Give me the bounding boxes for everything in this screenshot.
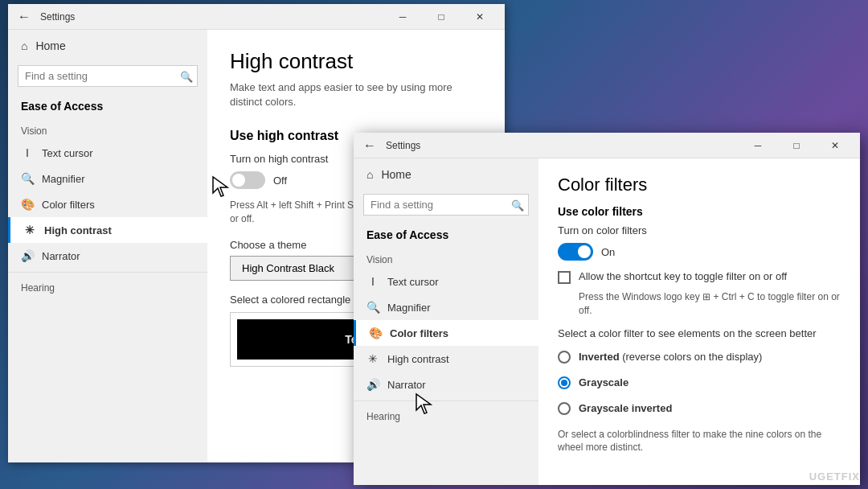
radio-label-grayscale-inverted: Grayscale inverted (579, 402, 672, 414)
sidebar-item-text-cursor-1[interactable]: I Text cursor (8, 140, 207, 166)
color-filters-toggle[interactable] (558, 243, 593, 261)
toggle-row-2: On (558, 243, 841, 261)
narrator-label-1: Narrator (42, 250, 80, 262)
window2-controls: ─ □ ✕ (739, 133, 854, 158)
sidebar-item-color-filters-2[interactable]: 🎨 Color filters (354, 320, 538, 346)
sidebar-item-high-contrast-2[interactable]: ✳ High contrast (354, 346, 538, 372)
radio-label-grayscale: Grayscale (579, 376, 628, 388)
color-filters-icon-1: 🎨 (21, 198, 34, 211)
color-block-black (237, 319, 317, 360)
toggle-state-2: On (601, 246, 615, 258)
search-input-1[interactable] (18, 65, 198, 87)
maximize-button-1[interactable]: □ (423, 4, 460, 30)
select-label: Select a color filter to see elements on… (558, 327, 841, 339)
sidebar-item-high-contrast-1[interactable]: ✳ High contrast (8, 217, 207, 243)
window1-title: Settings (40, 11, 75, 23)
sidebar-item-text-cursor-2[interactable]: I Text cursor (354, 269, 538, 294)
close-button-2[interactable]: ✕ (817, 133, 854, 158)
home-icon-2: ⌂ (366, 168, 373, 181)
titlebar-left: ← Settings (14, 6, 75, 27)
shortcut-checkbox[interactable] (558, 271, 571, 284)
checkbox-row: Allow the shortcut key to toggle filter … (558, 270, 841, 284)
magnifier-label-1: Magnifier (42, 173, 84, 185)
magnifier-icon-1: 🔍 (21, 172, 34, 185)
ease-of-access-title-2: Ease of Access (354, 222, 538, 248)
high-contrast-toggle[interactable] (230, 171, 265, 189)
home-icon-1: ⌂ (21, 39, 27, 52)
sidebar-item-narrator-2[interactable]: 🔊 Narrator (354, 372, 538, 397)
toggle-state-1: Off (273, 175, 287, 187)
radio-circle-grayscale-inverted (558, 402, 571, 415)
hearing-group-1: Hearing (8, 276, 207, 297)
high-contrast-icon-1: ✳ (23, 224, 36, 236)
sidebar-home-2[interactable]: ⌂ Home (354, 158, 538, 191)
minimize-button-2[interactable]: ─ (739, 133, 776, 158)
vision-group-1: Vision (8, 119, 207, 140)
radio-inverted[interactable]: Inverted (reverse colors on the display) (558, 344, 841, 370)
window2-title: Settings (386, 140, 420, 151)
high-contrast-icon-2: ✳ (366, 352, 379, 365)
use-section-2: Use color filters (558, 205, 841, 218)
back-button-2[interactable]: ← (360, 135, 379, 156)
text-cursor-label-2: Text cursor (387, 276, 439, 288)
minimize-button-1[interactable]: ─ (384, 4, 421, 30)
radio-circle-inverted (558, 351, 571, 364)
search-icon-1: 🔍 (180, 70, 193, 82)
sidebar-search-2: 🔍 (363, 194, 529, 216)
text-cursor-label-1: Text cursor (42, 147, 93, 159)
checkbox-note: Press the Windows logo key ⊞ + Ctrl + C … (579, 290, 841, 318)
high-contrast-label-1: High contrast (44, 224, 112, 236)
magnifier-label-2: Magnifier (387, 302, 430, 314)
search-icon-2: 🔍 (511, 199, 524, 211)
sidebar-item-color-filters-1[interactable]: 🎨 Color filters (8, 191, 207, 217)
sidebar-divider-2 (354, 401, 538, 401)
toggle-knob-2 (578, 245, 591, 258)
sidebar-2: ⌂ Home 🔍 Ease of Access Vision I Text cu… (354, 158, 538, 485)
checkbox-label: Allow the shortcut key to toggle filter … (579, 270, 787, 284)
narrator-label-2: Narrator (387, 379, 426, 391)
radio-circle-grayscale (558, 376, 571, 389)
toggle-label-2: Turn on color filters (558, 224, 841, 236)
sidebar-item-magnifier-2[interactable]: 🔍 Magnifier (354, 294, 538, 320)
toggle-knob-1 (232, 174, 245, 187)
page-title-1: High contrast (230, 49, 482, 74)
sidebar-1: ⌂ Home 🔍 Ease of Access Vision I Text cu… (8, 30, 207, 462)
window2-body: ⌂ Home 🔍 Ease of Access Vision I Text cu… (354, 158, 860, 485)
home-label-2: Home (381, 168, 411, 181)
vision-group-2: Vision (354, 248, 538, 269)
hearing-group-2: Hearing (354, 405, 538, 425)
sidebar-item-narrator-1[interactable]: 🔊 Narrator (8, 243, 207, 269)
maximize-button-2[interactable]: □ (778, 133, 815, 158)
narrator-icon-2: 🔊 (366, 378, 379, 391)
search-input-2[interactable] (363, 194, 529, 216)
color-filters-label-2: Color filters (390, 327, 448, 339)
radio-label-inverted: Inverted (reverse colors on the display) (579, 351, 762, 363)
color-filters-label-1: Color filters (42, 199, 95, 211)
page-title-2: Color filters (558, 175, 841, 195)
color-filters-window: ← Settings ─ □ ✕ ⌂ Home 🔍 Ease of Access… (354, 133, 860, 485)
sidebar-home-1[interactable]: ⌂ Home (8, 30, 207, 62)
sidebar-divider-1 (8, 272, 207, 273)
color-filters-icon-2: 🎨 (369, 327, 382, 339)
back-button[interactable]: ← (14, 6, 34, 27)
titlebar-1: ← Settings ─ □ ✕ (8, 4, 505, 30)
text-cursor-icon-1: I (21, 146, 34, 159)
page-subtitle-1: Make text and apps easier to see by usin… (230, 80, 482, 109)
main-content-2: Color filters Use color filters Turn on … (538, 158, 860, 485)
close-button-1[interactable]: ✕ (461, 4, 498, 30)
radio-grayscale[interactable]: Grayscale (558, 370, 841, 396)
text-cursor-icon-2: I (366, 275, 379, 288)
window1-controls: ─ □ ✕ (384, 4, 498, 30)
colorblindness-note: Or select a colorblindness filter to mak… (558, 428, 841, 455)
watermark: UGETFIX (809, 471, 860, 483)
high-contrast-label-2: High contrast (387, 353, 449, 365)
magnifier-icon-2: 🔍 (366, 301, 379, 314)
titlebar-2: ← Settings ─ □ ✕ (354, 133, 860, 158)
sidebar-search-1: 🔍 (18, 65, 198, 87)
narrator-icon-1: 🔊 (21, 249, 34, 262)
titlebar-left-2: ← Settings (360, 135, 420, 156)
sidebar-item-magnifier-1[interactable]: 🔍 Magnifier (8, 166, 207, 191)
radio-grayscale-inverted[interactable]: Grayscale inverted (558, 396, 841, 421)
home-label-1: Home (35, 39, 65, 52)
ease-of-access-title-1: Ease of Access (8, 93, 207, 119)
